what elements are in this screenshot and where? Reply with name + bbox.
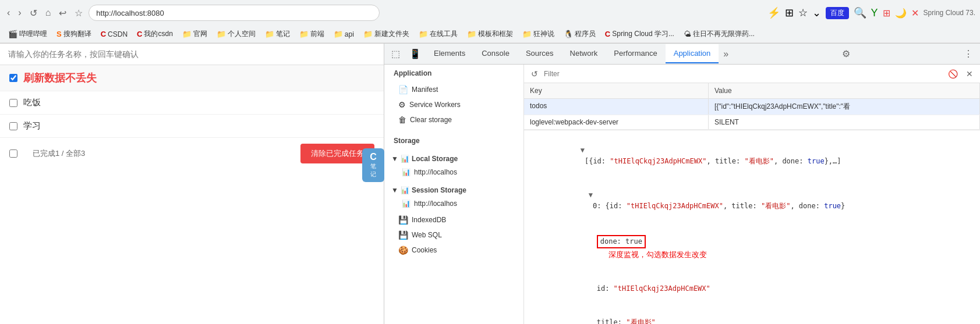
sidebar-item-clear-storage-label: Clear storage — [410, 116, 452, 124]
back-button[interactable]: ‹ — [5, 6, 12, 19]
devtools-main: ↺ 🚫 ✕ Key Value — [524, 65, 980, 324]
local-storage-localhost[interactable]: 📊 http://localhos — [384, 166, 523, 179]
task-summary-text: 已完成1 / 全部3 — [33, 148, 85, 159]
folder5-icon: 📁 — [334, 30, 343, 38]
sidebar-item-manifest[interactable]: 📄 Manifest — [384, 82, 523, 97]
devtools-cursor-icon[interactable]: ⬚ — [387, 46, 405, 62]
storage-table: Key Value todos [{"id":"tHIElqCkqj23AdpH… — [524, 83, 980, 130]
filter-refresh-button[interactable]: ↺ — [529, 68, 540, 80]
close-icon-x: ✕ — [911, 8, 919, 19]
local-storage-label[interactable]: ▼ 📊 Local Storage — [384, 152, 523, 166]
detail-line-5: title: "看电影" — [530, 305, 974, 324]
folder2-icon: 📁 — [217, 30, 226, 38]
sidebar-item-websql[interactable]: 💾 Web SQL — [384, 227, 523, 243]
main-content: 刷新数据不丢失 吃饭 学习 已完成1 / 全部3 清除已完成任务 C 笔记 ⬚ … — [0, 44, 980, 324]
bookmark-label: 我的csdn — [144, 29, 172, 39]
storage-table-wrapper: Key Value todos [{"id":"tHIElqCkqj23AdpH… — [524, 83, 980, 130]
sidebar-storage-label: Storage — [384, 132, 523, 149]
bookmark-csdn[interactable]: C CSDN — [97, 29, 131, 40]
table-cell-key: todos — [524, 99, 708, 115]
filter-bar: ↺ 🚫 ✕ — [524, 65, 980, 83]
tab-elements[interactable]: Elements — [426, 44, 473, 63]
sidebar-item-indexeddb[interactable]: 💾 IndexedDB — [384, 212, 523, 227]
settings-button[interactable]: ⚙ — [837, 46, 855, 62]
bookmark-mycsdn[interactable]: C 我的csdn — [133, 28, 176, 40]
side-note[interactable]: C 笔记 — [362, 148, 384, 182]
task-checkbox-2[interactable] — [9, 99, 17, 107]
address-bar[interactable] — [89, 5, 380, 21]
tab-network[interactable]: Network — [562, 44, 606, 63]
bookmark-label: 狂神说 — [533, 29, 554, 39]
select-all-checkbox[interactable] — [9, 149, 17, 158]
more-tabs-button[interactable]: » — [719, 47, 733, 62]
filter-x-button[interactable]: ✕ — [964, 68, 975, 80]
home-button[interactable]: ⌂ — [43, 6, 54, 19]
expand-arrow-2[interactable]: ▼ — [589, 191, 593, 199]
bookmark-templates[interactable]: 📁 模板和框架 — [464, 28, 516, 40]
forward-button[interactable]: › — [16, 6, 23, 19]
tab-console[interactable]: Console — [473, 44, 518, 63]
refresh-button[interactable]: ↺ — [27, 6, 40, 20]
tab-application[interactable]: Application — [666, 44, 719, 63]
detail-line-3: done: true 深度监视，勾选数据发生改变 — [530, 223, 974, 272]
sidebar-item-service-workers[interactable]: ⚙ Service Workers — [384, 97, 523, 112]
folder7-icon: 📁 — [419, 30, 428, 38]
devtools-device-icon[interactable]: 📱 — [405, 46, 426, 62]
folder3-icon: 📁 — [265, 30, 274, 38]
bookmark-programmer[interactable]: 🐧 程序员 — [560, 28, 599, 40]
tab-performance[interactable]: Performance — [606, 44, 665, 63]
tab-sources[interactable]: Sources — [518, 44, 562, 63]
bookmark-button[interactable]: ☆ — [72, 6, 85, 20]
star-icon[interactable]: ☆ — [798, 6, 808, 19]
moon-icon: 🌙 — [895, 8, 907, 19]
task-checkbox-1[interactable] — [9, 74, 17, 82]
session-storage-localhost[interactable]: 📊 http://localhos — [384, 197, 523, 210]
undo-button[interactable]: ↩ — [56, 6, 69, 20]
devtools-menu-button[interactable]: ⋮ — [959, 46, 978, 62]
bookmark-label: 哔哩哔哩 — [19, 29, 47, 39]
table-cell-value: [{"id":"tHIElqCkqj23AdpHCmEWX","title":"… — [708, 99, 979, 115]
task-summary: 已完成1 / 全部3 清除已完成任务 — [0, 138, 384, 169]
bookmark-label: 模板和框架 — [478, 29, 513, 39]
session-storage-label[interactable]: ▼ 📊 Session Storage — [384, 183, 523, 197]
task-item-3: 学习 — [0, 115, 384, 138]
task-label-refresh: 刷新数据不丢失 — [23, 71, 97, 85]
bookmark-springcloud[interactable]: C Spring Cloud 学习... — [602, 28, 678, 40]
sidebar-item-cookies[interactable]: 🍪 Cookies — [384, 243, 523, 258]
left-panel: 刷新数据不丢失 吃饭 学习 已完成1 / 全部3 清除已完成任务 — [0, 44, 384, 324]
filter-clear-button[interactable]: 🚫 — [946, 68, 960, 80]
detail-text-1: [{id: "tHIElqCkqj23AdpHCmEWX", title: "看… — [581, 157, 841, 165]
devtools-panel: ⬚ 📱 Elements Console Sources Network Per… — [384, 44, 980, 324]
title-label: title: — [597, 318, 627, 324]
table-cell-key: loglevel:webpack-dev-server — [524, 115, 708, 130]
expand-arrow-1[interactable]: ▼ — [581, 146, 585, 154]
chevron-down-icon[interactable]: ⌄ — [812, 6, 821, 19]
sidebar-item-service-workers-label: Service Workers — [409, 101, 461, 109]
bookmark-game[interactable]: 🌤 往日不再无限弹药... — [680, 28, 758, 40]
detail-line-1: ▼ [{id: "tHIElqCkqj23AdpHCmEWX", title: … — [530, 134, 974, 179]
local-storage-text: Local Storage — [412, 155, 458, 163]
search-icon[interactable]: 🔍 — [854, 6, 866, 19]
sidebar-application-label: Application — [384, 65, 523, 82]
bookmark-space[interactable]: 📁 个人空间 — [213, 28, 259, 40]
bookmark-notes[interactable]: 📁 笔记 — [261, 28, 293, 40]
task-checkbox-3[interactable] — [9, 122, 17, 130]
folder4-icon: 📁 — [299, 30, 309, 38]
bookmark-tools[interactable]: 📁 在线工具 — [415, 28, 461, 40]
local-storage-triangle: ▼ — [391, 155, 398, 163]
sidebar-item-clear-storage[interactable]: 🗑 Clear storage — [384, 112, 523, 127]
task-input[interactable] — [0, 44, 384, 65]
grid-icon[interactable]: ⊞ — [785, 6, 794, 19]
side-note-c: C — [365, 152, 382, 162]
table-row[interactable]: todos [{"id":"tHIElqCkqj23AdpHCmEWX","ti… — [524, 99, 980, 115]
bookmark-sogou[interactable]: S 搜狗翻译 — [53, 28, 95, 40]
bookmark-api[interactable]: 📁 api — [330, 29, 358, 40]
bookmark-newfolder[interactable]: 📁 新建文件夹 — [360, 28, 413, 40]
bookmark-official[interactable]: 📁 官网 — [179, 28, 211, 40]
bookmark-kuangshen[interactable]: 📁 狂神说 — [519, 28, 558, 40]
table-cell-value: SILENT — [708, 115, 979, 130]
table-row[interactable]: loglevel:webpack-dev-server SILENT — [524, 115, 980, 130]
filter-input[interactable] — [544, 70, 942, 78]
bookmark-frontend[interactable]: 📁 前端 — [296, 28, 328, 40]
bookmark-bilibili[interactable]: 🎬 哔哩哔哩 — [5, 28, 51, 40]
